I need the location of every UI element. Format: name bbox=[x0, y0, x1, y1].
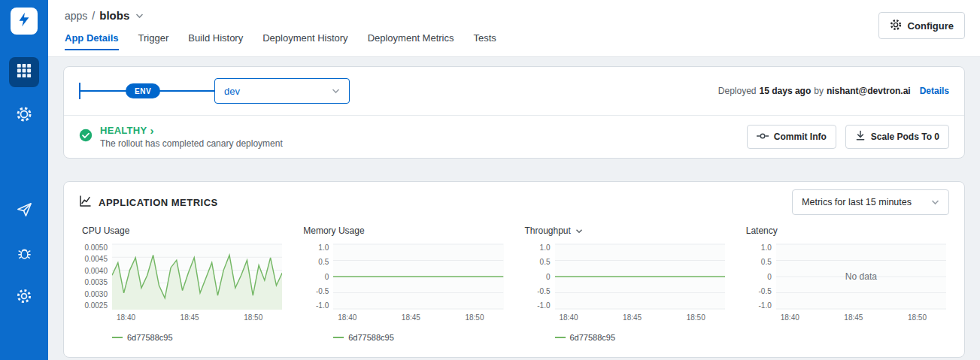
healthy-check-icon bbox=[79, 129, 93, 145]
tab-tests[interactable]: Tests bbox=[474, 25, 496, 50]
configure-label: Configure bbox=[908, 20, 954, 32]
chart-icon bbox=[79, 195, 92, 210]
chart-legend: 6d77588c95 bbox=[555, 332, 725, 342]
breadcrumb-separator: / bbox=[92, 10, 95, 22]
sidebar-item-global-config[interactable] bbox=[9, 283, 39, 313]
environment-select[interactable]: dev bbox=[214, 78, 350, 104]
plot-area: No data bbox=[776, 244, 946, 310]
bug-icon bbox=[17, 245, 32, 264]
app-header: apps / blobs Configure App DetailsTrigge… bbox=[48, 0, 980, 57]
grid-icon bbox=[17, 63, 32, 81]
status-chevron-right-icon[interactable]: › bbox=[150, 125, 154, 136]
app-switcher-chevron-icon[interactable] bbox=[135, 13, 144, 19]
commit-info-label: Commit Info bbox=[774, 132, 827, 142]
chart-title: CPU Usage bbox=[82, 225, 129, 236]
health-status: HEALTHY › The rollout has completed cana… bbox=[100, 125, 283, 149]
chevron-down-icon bbox=[332, 88, 340, 94]
health-actions: Commit Info Scale Pods To 0 bbox=[747, 125, 949, 149]
charts-grid: CPU Usage 0.00500.00450.00400.00350.0030… bbox=[64, 222, 964, 357]
gear-icon bbox=[890, 19, 902, 33]
environment-card: ENV dev Deployed 15 days ago by nishant@… bbox=[63, 66, 965, 159]
x-axis-labels: 18:4018:4518:50 bbox=[776, 310, 946, 322]
environment-row: ENV dev Deployed 15 days ago by nishant@… bbox=[64, 67, 964, 115]
deployed-time: 15 days ago bbox=[760, 86, 812, 96]
settings-gear-icon bbox=[16, 288, 32, 307]
chart-title: Latency bbox=[746, 225, 778, 236]
commit-info-button[interactable]: Commit Info bbox=[747, 125, 836, 149]
deployed-label: Deployed bbox=[718, 86, 757, 96]
chart-cpu-usage: CPU Usage 0.00500.00450.00400.00350.0030… bbox=[82, 225, 282, 342]
y-axis-labels: 1.00.50-0.5-1.0 bbox=[525, 244, 555, 310]
lightning-bolt-icon bbox=[16, 11, 32, 31]
tab-build-history[interactable]: Build History bbox=[188, 25, 243, 50]
main-content: ENV dev Deployed 15 days ago by nishant@… bbox=[48, 57, 980, 360]
devtron-logo[interactable] bbox=[11, 8, 38, 35]
x-axis-labels: 18:4018:4518:50 bbox=[555, 310, 725, 322]
environment-select-value: dev bbox=[224, 86, 240, 97]
metrics-header: APPLICATION METRICS Metrics for last 15 … bbox=[64, 182, 964, 222]
plot-area bbox=[555, 244, 725, 310]
sidebar-item-deploy[interactable] bbox=[9, 195, 39, 225]
status-label[interactable]: HEALTHY bbox=[100, 125, 147, 136]
sidebar-item-security[interactable] bbox=[9, 239, 39, 269]
plot-area bbox=[333, 244, 503, 310]
chart-legend: 6d77588c95 bbox=[333, 332, 503, 342]
breadcrumb: apps / blobs bbox=[48, 0, 980, 22]
app-root: apps / blobs Configure App DetailsTrigge… bbox=[0, 0, 980, 360]
scale-pods-button[interactable]: Scale Pods To 0 bbox=[845, 125, 949, 149]
chart-legend bbox=[776, 332, 946, 342]
sidebar bbox=[0, 0, 48, 360]
sidebar-nav bbox=[9, 57, 39, 313]
configure-button[interactable]: Configure bbox=[878, 12, 965, 39]
deployment-info: Deployed 15 days ago by nishant@devtron.… bbox=[718, 86, 949, 96]
chart-memory-usage: Memory Usage 1.00.50-0.5-1.0 18:4018:451… bbox=[303, 225, 503, 342]
chevron-down-icon bbox=[931, 199, 939, 205]
deployed-by: nishant@devtron.ai bbox=[827, 86, 911, 96]
tab-deployment-metrics[interactable]: Deployment Metrics bbox=[368, 25, 454, 50]
sidebar-item-deployment-groups[interactable] bbox=[9, 101, 39, 131]
y-axis-labels: 1.00.50-0.5-1.0 bbox=[746, 244, 776, 310]
sidebar-item-applications[interactable] bbox=[9, 57, 39, 87]
tab-app-details[interactable]: App Details bbox=[65, 25, 119, 50]
breadcrumb-apps[interactable]: apps bbox=[65, 10, 87, 22]
x-axis-labels: 18:4018:4518:50 bbox=[333, 310, 503, 322]
scale-down-icon bbox=[855, 130, 866, 144]
plot-area bbox=[112, 244, 282, 310]
metrics-range-select[interactable]: Metrics for last 15 minutes bbox=[792, 189, 949, 215]
commit-icon bbox=[757, 132, 769, 142]
y-axis-labels: 1.00.50-0.5-1.0 bbox=[303, 244, 333, 310]
scale-pods-label: Scale Pods To 0 bbox=[871, 132, 939, 142]
env-badge: ENV bbox=[126, 83, 160, 98]
tab-trigger[interactable]: Trigger bbox=[138, 25, 169, 50]
no-data-label: No data bbox=[776, 244, 946, 310]
metrics-range-value: Metrics for last 15 minutes bbox=[802, 197, 912, 207]
chart-legend: 6d77588c95 bbox=[112, 332, 282, 342]
env-pipeline-line: ENV bbox=[79, 67, 214, 115]
y-axis-labels: 0.00500.00450.00400.00350.00300.0025 bbox=[82, 244, 112, 310]
gear-icon bbox=[16, 106, 32, 126]
by-label: by bbox=[814, 86, 824, 96]
tab-deployment-history[interactable]: Deployment History bbox=[262, 25, 347, 50]
paper-plane-icon bbox=[17, 201, 32, 220]
chart-title: Memory Usage bbox=[303, 225, 364, 236]
breadcrumb-current-app: blobs bbox=[99, 9, 129, 22]
chart-title: Throughput bbox=[525, 225, 571, 236]
metrics-title: APPLICATION METRICS bbox=[99, 197, 218, 208]
chart-latency: Latency 1.00.50-0.5-1.0 No data 18:4018:… bbox=[746, 225, 946, 342]
status-message: The rollout has completed canary deploym… bbox=[100, 138, 283, 149]
chart-title-chevron-icon[interactable] bbox=[575, 228, 583, 234]
health-row: HEALTHY › The rollout has completed cana… bbox=[64, 116, 964, 158]
tabs: App DetailsTriggerBuild HistoryDeploymen… bbox=[65, 25, 980, 50]
chart-throughput: Throughput 1.00.50-0.5-1.0 18:4018:4518:… bbox=[525, 225, 725, 342]
details-link[interactable]: Details bbox=[920, 86, 949, 96]
application-metrics-card: APPLICATION METRICS Metrics for last 15 … bbox=[63, 181, 965, 358]
x-axis-labels: 18:4018:4518:50 bbox=[112, 310, 282, 322]
